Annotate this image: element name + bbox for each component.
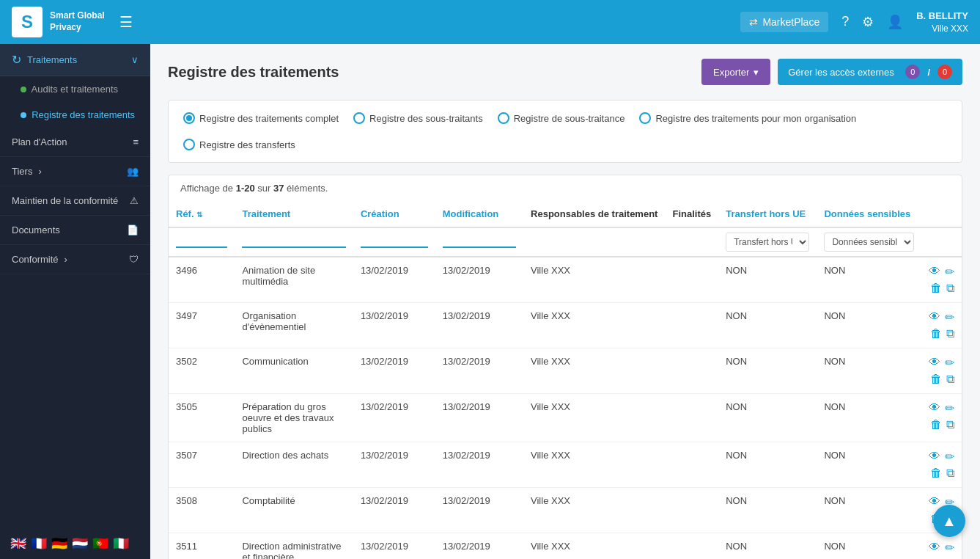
view-icon[interactable]: 👁 xyxy=(929,401,940,415)
showing-text: Affichage de 1-20 sur 37 éléments. xyxy=(169,175,962,201)
manage-access-button[interactable]: Gérer les accès externes 0 / 0 xyxy=(778,59,962,85)
user-icon[interactable]: 👤 xyxy=(887,14,903,30)
lang-nl[interactable]: 🇳🇱 xyxy=(72,536,88,552)
sidebar-item-registre[interactable]: Registre des traitements xyxy=(0,102,150,128)
cell-finalites xyxy=(665,488,718,533)
marketplace-button[interactable]: ⇄ MarketPlace xyxy=(740,12,828,32)
col-traitement[interactable]: Traitement xyxy=(235,201,353,227)
edit-icon[interactable]: ✏ xyxy=(945,450,954,464)
help-icon[interactable]: ? xyxy=(841,14,849,29)
cell-transfert: NON xyxy=(718,533,817,560)
radio-organisation-circle xyxy=(639,112,651,124)
cell-creation: 13/02/2019 xyxy=(353,533,435,560)
cell-modification: 13/02/2019 xyxy=(435,488,523,533)
copy-icon[interactable]: ⧉ xyxy=(946,418,954,431)
user-org: Ville XXX xyxy=(916,23,968,35)
sidebar-item-documents[interactable]: Documents 📄 xyxy=(0,216,150,245)
delete-icon[interactable]: 🗑 xyxy=(930,467,942,480)
sidebar-item-plan[interactable]: Plan d'Action ≡ xyxy=(0,128,150,157)
user-info: B. BELLITY Ville XXX xyxy=(916,10,968,35)
col-transfert[interactable]: Transfert hors UE xyxy=(718,201,817,227)
export-button[interactable]: Exporter ▾ xyxy=(701,59,770,85)
radio-sous-traitants[interactable]: Registre des sous-traitants xyxy=(353,112,483,124)
gear-icon[interactable]: ⚙ xyxy=(862,14,874,30)
logo-box: S xyxy=(12,7,43,37)
user-name: B. BELLITY xyxy=(916,10,968,23)
filter-donnees[interactable]: Données sensibles NON OUI xyxy=(824,233,914,252)
cell-creation: 13/02/2019 xyxy=(353,442,435,488)
filter-ref[interactable] xyxy=(176,233,227,248)
edit-icon[interactable]: ✏ xyxy=(945,541,954,555)
col-modification[interactable]: Modification xyxy=(435,201,523,227)
marketplace-icon: ⇄ xyxy=(749,16,758,28)
cell-modification: 13/02/2019 xyxy=(435,348,523,394)
view-icon[interactable]: 👁 xyxy=(929,450,940,464)
lang-pt[interactable]: 🇵🇹 xyxy=(92,536,108,552)
filter-traitement[interactable] xyxy=(242,233,345,248)
table-header-row: Réf. ⇅ Traitement Création Modification … xyxy=(169,201,962,227)
cell-transfert: NON xyxy=(718,348,817,394)
filter-modification[interactable] xyxy=(443,233,516,248)
cell-traitement: Direction administrative et financière xyxy=(235,533,353,560)
topnav: S Smart Global Privacy ☰ ⇄ MarketPlace ?… xyxy=(0,0,980,44)
copy-icon[interactable]: ⧉ xyxy=(946,373,954,386)
sidebar-item-maintien[interactable]: Maintien de la conformité ⚠ xyxy=(0,186,150,216)
traitements-icon: ↻ xyxy=(12,53,21,67)
radio-organisation[interactable]: Registre des traitements pour mon organi… xyxy=(639,112,856,124)
radio-sous-traitance[interactable]: Registre de sous-traitance xyxy=(498,112,625,124)
radio-complet[interactable]: Registre des traitements complet xyxy=(183,112,339,124)
copy-icon[interactable]: ⧉ xyxy=(946,327,954,340)
copy-icon[interactable]: ⧉ xyxy=(946,282,954,295)
view-icon[interactable]: 👁 xyxy=(929,541,940,555)
lang-en[interactable]: 🇬🇧 xyxy=(10,536,26,552)
edit-icon[interactable]: ✏ xyxy=(945,310,954,324)
filter-transfert[interactable]: Transfert hors UE NON OUI xyxy=(726,233,809,252)
hamburger-icon[interactable]: ☰ xyxy=(119,13,133,31)
view-icon[interactable]: 👁 xyxy=(929,356,940,370)
col-donnees[interactable]: Données sensibles xyxy=(817,201,921,227)
sidebar-label-tiers: Tiers xyxy=(12,166,32,177)
delete-icon[interactable]: 🗑 xyxy=(930,418,942,431)
cell-modification: 13/02/2019 xyxy=(435,303,523,348)
copy-icon[interactable]: ⧉ xyxy=(946,467,954,480)
cell-transfert: NON xyxy=(718,394,817,442)
chevron-conformite: › xyxy=(65,254,67,265)
delete-icon[interactable]: 🗑 xyxy=(930,327,942,340)
sidebar-item-audits[interactable]: Audits et traitements xyxy=(0,76,150,102)
view-icon[interactable]: 👁 xyxy=(929,265,940,279)
cell-donnees: NON xyxy=(817,348,921,394)
col-creation[interactable]: Création xyxy=(353,201,435,227)
delete-icon[interactable]: 🗑 xyxy=(930,373,942,386)
dot-green-audits xyxy=(21,87,26,92)
sidebar-item-traitements[interactable]: ↻ Traitements ∨ xyxy=(0,44,150,76)
view-icon[interactable]: 👁 xyxy=(929,310,940,324)
scroll-to-top-button[interactable]: ▲ xyxy=(933,505,965,537)
tiers-icon: 👥 xyxy=(127,166,139,177)
delete-icon[interactable]: 🗑 xyxy=(930,282,942,295)
cell-traitement: Communication xyxy=(235,348,353,394)
language-selector: 🇬🇧 🇫🇷 🇩🇪 🇳🇱 🇵🇹 🇮🇹 xyxy=(0,528,150,559)
cell-ref: 3511 xyxy=(169,533,235,560)
filter-creation[interactable] xyxy=(361,233,428,248)
col-ref[interactable]: Réf. ⇅ xyxy=(169,201,235,227)
sort-ref-icon: ⇅ xyxy=(196,211,202,219)
view-icon[interactable]: 👁 xyxy=(929,495,940,509)
table-section: Affichage de 1-20 sur 37 éléments. Réf. … xyxy=(168,175,962,559)
lang-it[interactable]: 🇮🇹 xyxy=(113,536,129,552)
edit-icon[interactable]: ✏ xyxy=(945,265,954,279)
sidebar-item-conformite[interactable]: Conformité › 🛡 xyxy=(0,245,150,274)
cell-actions: 👁 ✏ 🗑 ⧉ xyxy=(921,348,962,394)
cell-finalites xyxy=(665,348,718,394)
lang-de[interactable]: 🇩🇪 xyxy=(51,536,67,552)
logo-text: Smart Global Privacy xyxy=(50,10,105,33)
logo-letter: S xyxy=(21,12,33,32)
lang-fr[interactable]: 🇫🇷 xyxy=(31,536,47,552)
cell-donnees: NON xyxy=(817,442,921,488)
cell-responsables: Ville XXX xyxy=(523,488,665,533)
sidebar-item-tiers[interactable]: Tiers › 👥 xyxy=(0,157,150,186)
cell-transfert: NON xyxy=(718,442,817,488)
edit-icon[interactable]: ✏ xyxy=(945,356,954,370)
cell-ref: 3507 xyxy=(169,442,235,488)
edit-icon[interactable]: ✏ xyxy=(945,401,954,415)
radio-transferts[interactable]: Registre des transferts xyxy=(183,139,295,150)
